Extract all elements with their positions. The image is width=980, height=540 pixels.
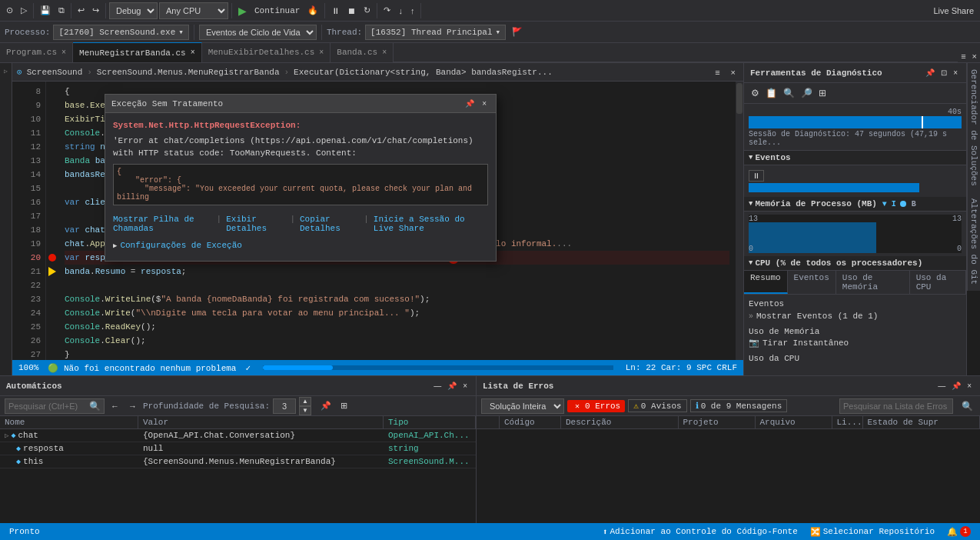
errors-pin-btn[interactable]: 📌 xyxy=(949,381,963,391)
cpu-section-header[interactable]: ▼ CPU (% de todos os processadores) xyxy=(744,256,966,271)
automatics-close-btn[interactable]: × xyxy=(460,381,470,391)
errors-count-badge[interactable]: ✕ 0 Erros xyxy=(567,400,625,412)
tab-program-close[interactable]: × xyxy=(61,48,66,57)
exception-link-liveshare[interactable]: Inicie a Sessão do Live Share xyxy=(374,215,488,233)
cpu-tab-memoria[interactable]: Uso de Memória xyxy=(836,271,910,294)
depth-down-btn[interactable]: ▼ xyxy=(299,406,311,415)
debug-config-dropdown[interactable]: Debug xyxy=(109,2,158,19)
ready-status[interactable]: Pronto xyxy=(6,527,43,536)
cpu-config-dropdown[interactable]: Any CPU xyxy=(159,2,228,19)
automatics-pin-btn[interactable]: 📌 xyxy=(445,381,459,391)
timeline-bar[interactable] xyxy=(749,116,962,128)
dialog-close-btn[interactable]: × xyxy=(479,98,490,109)
back-btn[interactable]: ⊙ xyxy=(3,4,16,17)
step-over-btn[interactable]: ↷ xyxy=(380,4,394,17)
cpu-tab-eventos[interactable]: Eventos xyxy=(788,271,836,294)
messages-count-badge[interactable]: ℹ 0 de 9 Mensagens xyxy=(690,399,788,412)
automatics-grid-btn[interactable]: ⊞ xyxy=(337,399,350,412)
h-scrollbar[interactable] xyxy=(263,365,613,370)
memory-snapshot-btn[interactable]: 📷 Tirar Instantâneo xyxy=(749,336,962,349)
nav-fwd-btn[interactable]: → xyxy=(125,401,140,412)
diag-settings-btn[interactable]: ⚙ xyxy=(749,86,762,100)
diag-fit-btn[interactable]: ⊞ xyxy=(816,86,829,100)
tab-program[interactable]: Program.cs × xyxy=(0,42,73,62)
exception-link-copy[interactable]: Copiar Detalhes xyxy=(300,215,359,233)
scroll-thumb[interactable] xyxy=(736,83,742,114)
git-status[interactable]: ✓ xyxy=(245,363,251,373)
undo-btn[interactable]: ↩ xyxy=(75,4,88,17)
tab-menu-registrar[interactable]: MenuRegistrarBanda.cs × xyxy=(73,42,202,62)
exception-link-stack[interactable]: Mostrar Pilha de Chamadas xyxy=(113,215,212,233)
repo-btn[interactable]: 🔀 Selecionar Repositório xyxy=(807,527,938,537)
eventos-pause-btn[interactable]: ⏸ xyxy=(749,170,764,182)
mostrar-eventos-item[interactable]: » Mostrar Eventos (1 de 1) xyxy=(749,310,962,322)
process-value[interactable]: [21760] ScreenSound.exe ▾ xyxy=(53,25,188,40)
tab-close-btn[interactable]: × xyxy=(969,50,980,62)
step-out-btn[interactable]: ↑ xyxy=(407,5,418,17)
save-btn[interactable]: 💾 xyxy=(37,4,54,17)
step-into-btn[interactable]: ↓ xyxy=(395,5,406,17)
eventos-section-header[interactable]: ▼ Eventos xyxy=(744,151,966,165)
run-label[interactable]: Continuar xyxy=(251,5,303,17)
run-btn[interactable]: ▶ xyxy=(235,3,250,18)
errors-collapse-btn[interactable]: — xyxy=(935,381,948,391)
mem-13-left: 13 xyxy=(749,215,758,223)
notification-bell[interactable]: 🔔 1 xyxy=(944,526,974,537)
editor-options-btn[interactable]: ≡ xyxy=(712,66,723,78)
path-item-4[interactable]: Executar(Dictionary<string, Banda> banda… xyxy=(294,68,553,77)
depth-up-btn[interactable]: ▲ xyxy=(299,397,311,406)
path-item-2[interactable]: ScreenSound xyxy=(27,68,83,77)
thread-dropdown-arrow[interactable]: ▾ xyxy=(496,27,501,37)
chat-expand[interactable]: ▷ xyxy=(5,432,8,440)
dialog-pin-btn[interactable]: 📌 xyxy=(462,98,477,109)
diag-events-btn[interactable]: 📋 xyxy=(763,86,779,100)
diag-pin-btn[interactable]: 📌 xyxy=(923,68,937,78)
tab-banda-close[interactable]: × xyxy=(382,48,387,57)
search-magnifier-btn[interactable]: 🔍 xyxy=(87,400,103,412)
exception-config[interactable]: ▶ Configurações de Exceção xyxy=(113,238,488,253)
editor-scrollbar-v[interactable] xyxy=(736,82,743,360)
diag-zoom-in-btn[interactable]: 🔍 xyxy=(781,86,797,100)
diag-float-btn[interactable]: ⊡ xyxy=(938,68,949,78)
tab-menu-exibir-close[interactable]: × xyxy=(319,48,324,57)
nav-back-btn[interactable]: ← xyxy=(108,401,122,412)
upload-icon: ⬆ xyxy=(603,527,608,537)
diag-close-btn[interactable]: × xyxy=(951,68,960,78)
editor-close-btn[interactable]: × xyxy=(728,66,739,78)
sidebar-tab-solutions[interactable]: Gerenciador de Soluções xyxy=(967,63,980,192)
h-scroll-thumb[interactable] xyxy=(263,365,333,370)
process-dropdown-arrow[interactable]: ▾ xyxy=(178,27,184,37)
cpu-tab-resumo[interactable]: Resumo xyxy=(744,271,788,294)
exception-link-details[interactable]: Exibir Detalhes xyxy=(226,215,285,233)
hot-reload-btn[interactable]: 🔥 xyxy=(304,4,321,17)
source-control-btn[interactable]: ⬆ Adicionar ao Controle do Código-Fonte xyxy=(600,527,801,537)
sidebar-tab-git[interactable]: Alterações do Git xyxy=(967,192,980,291)
save-all-btn[interactable]: ⧉ xyxy=(55,4,68,17)
events-dropdown[interactable]: Eventos de Ciclo de Vida xyxy=(199,25,317,40)
redo-btn[interactable]: ↪ xyxy=(89,4,102,17)
errors-close-btn[interactable]: × xyxy=(965,381,974,391)
live-share-btn[interactable]: Live Share xyxy=(930,5,977,17)
forward-btn[interactable]: ▷ xyxy=(18,4,30,17)
memoria-section-header[interactable]: ▼ Memória de Processo (MB) ▼ I B xyxy=(744,197,966,212)
restart-btn[interactable]: ↻ xyxy=(360,4,374,17)
errors-search-input[interactable] xyxy=(839,398,953,414)
flag-btn[interactable]: 🚩 xyxy=(509,25,526,38)
automatics-collapse-btn[interactable]: — xyxy=(431,381,443,391)
thread-value[interactable]: [16352] Thread Principal ▾ xyxy=(365,25,506,40)
zoom-level[interactable]: 100% xyxy=(18,363,38,372)
tab-menu-registrar-close[interactable]: × xyxy=(191,48,195,57)
depth-input[interactable] xyxy=(273,398,296,414)
solution-scope-dropdown[interactable]: Solução Inteira xyxy=(481,398,564,414)
errors-search-btn[interactable]: 🔍 xyxy=(959,400,975,412)
tab-options-btn[interactable]: ≡ xyxy=(958,50,968,62)
tab-banda[interactable]: Banda.cs × xyxy=(331,42,394,62)
warnings-count-badge[interactable]: ⚠ 0 Avisos xyxy=(628,399,686,412)
cpu-tab-cpu[interactable]: Uso da CPU xyxy=(910,271,966,294)
pause-btn[interactable]: ⏸ xyxy=(328,5,343,17)
diag-zoom-out-btn[interactable]: 🔎 xyxy=(799,86,815,100)
stop-btn[interactable]: ⏹ xyxy=(344,5,359,17)
tab-menu-exibir[interactable]: MenuExibirDetalhes.cs × xyxy=(202,42,331,62)
path-item-3[interactable]: ScreenSound.Menus.MenuRegistrarBanda xyxy=(97,68,280,77)
automatics-pin2-btn[interactable]: 📌 xyxy=(317,399,334,412)
